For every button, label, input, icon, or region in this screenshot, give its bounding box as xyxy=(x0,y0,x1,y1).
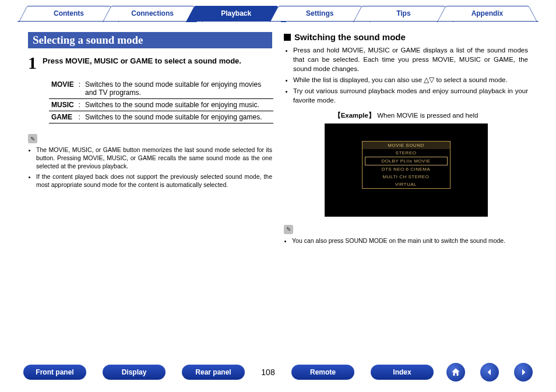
tab-settings[interactable]: Settings xyxy=(279,6,361,22)
top-tabs: ContentsConnectionsPlaybackSettingsTipsA… xyxy=(0,0,556,22)
prev-button[interactable] xyxy=(480,363,499,382)
tabs-underline xyxy=(17,21,539,22)
tab-label: Tips xyxy=(396,9,410,17)
display-button[interactable]: Display xyxy=(103,365,166,380)
osd-item: DOLBY PLIIx MOVIE xyxy=(365,157,448,165)
tab-tips[interactable]: Tips xyxy=(363,6,444,22)
left-column: Selecting a sound mode 1 Press MOVIE, MU… xyxy=(28,32,272,246)
bullet-item: Try out various surround playback modes … xyxy=(293,86,528,105)
mode-name: GAME xyxy=(49,111,76,123)
bullet-item: While the list is displayed, you can als… xyxy=(293,75,528,84)
mode-colon: : xyxy=(76,79,83,99)
square-bullet-icon xyxy=(284,34,291,41)
subsection-title: Switching the sound mode xyxy=(294,32,406,42)
tab-label: Playback xyxy=(221,9,251,17)
bullet-item: Press and hold MOVIE, MUSIC or GAME disp… xyxy=(293,45,528,73)
mode-colon: : xyxy=(76,111,83,123)
tab-connections[interactable]: Connections xyxy=(112,6,193,22)
osd-item: STEREO xyxy=(365,149,448,157)
tab-playback[interactable]: Playback xyxy=(195,6,277,22)
example-label: 【Example】 xyxy=(334,112,375,119)
remote-button[interactable]: Remote xyxy=(291,365,354,380)
mode-name: MUSIC xyxy=(49,99,76,111)
notes-list-left: The MOVIE, MUSIC, or GAME button memoriz… xyxy=(28,146,272,189)
tab-appendix[interactable]: Appendix xyxy=(446,6,528,22)
osd-item: VIRTUAL xyxy=(365,181,448,188)
tab-contents[interactable]: Contents xyxy=(28,6,110,22)
osd-title: MOVIE SOUND xyxy=(363,142,450,149)
step-1: 1 Press MOVIE, MUSIC or GAME to select a… xyxy=(28,54,272,72)
tab-label: Settings xyxy=(306,9,333,17)
home-button[interactable] xyxy=(446,363,465,382)
mode-desc: Switches to the sound mode suitable for … xyxy=(83,111,273,123)
step-number: 1 xyxy=(28,54,37,72)
page-number: 108 xyxy=(251,368,286,377)
note-item: The MOVIE, MUSIC, or GAME button memoriz… xyxy=(36,146,272,171)
right-column: Switching the sound mode Press and hold … xyxy=(284,32,528,246)
tab-label: Connections xyxy=(131,9,174,17)
table-row: GAME:Switches to the sound mode suitable… xyxy=(49,111,273,123)
mode-desc: Switches to the sound mode suitable for … xyxy=(83,99,273,111)
osd-screenshot: MOVIE SOUND STEREODOLBY PLIIx MOVIEDTS N… xyxy=(325,123,488,217)
section-heading: Selecting a sound mode xyxy=(28,32,272,48)
osd-panel: MOVIE SOUND STEREODOLBY PLIIx MOVIEDTS N… xyxy=(362,141,451,189)
rear-panel-button[interactable]: Rear panel xyxy=(182,365,245,380)
step-instruction: Press MOVIE, MUSIC or GAME to select a s… xyxy=(43,54,241,72)
note-icon: ✎ xyxy=(28,134,37,143)
notes-list-right: You can also press SOUND MODE on the mai… xyxy=(284,236,528,245)
table-row: MUSIC:Switches to the sound mode suitabl… xyxy=(49,99,273,111)
osd-item: MULTI CH STEREO xyxy=(365,173,448,181)
note-item: If the content played back does not supp… xyxy=(36,172,272,189)
bullets-right: Press and hold MOVIE, MUSIC or GAME disp… xyxy=(284,45,528,105)
tab-label: Contents xyxy=(54,9,84,17)
next-button[interactable] xyxy=(514,363,533,382)
front-panel-button[interactable]: Front panel xyxy=(23,365,86,380)
footer-nav: Front panelDisplayRear panel 108 RemoteI… xyxy=(0,363,556,382)
osd-item: DTS NEO:6 CINEMA xyxy=(365,165,448,173)
mode-desc: Switches to the sound mode suitable for … xyxy=(83,79,273,99)
tab-label: Appendix xyxy=(471,9,504,17)
index-button[interactable]: Index xyxy=(371,365,434,380)
table-row: MOVIE:Switches to the sound mode suitabl… xyxy=(49,79,273,99)
example-caption: 【Example】 When MOVIE is pressed and held xyxy=(284,111,528,120)
mode-colon: : xyxy=(76,99,83,111)
note-icon: ✎ xyxy=(284,225,293,234)
note-text: You can also press SOUND MODE on the mai… xyxy=(292,236,528,245)
sound-mode-table: MOVIE:Switches to the sound mode suitabl… xyxy=(49,79,273,123)
subsection-heading: Switching the sound mode xyxy=(284,32,528,42)
mode-name: MOVIE xyxy=(49,79,76,99)
example-text: When MOVIE is pressed and held xyxy=(377,112,478,119)
